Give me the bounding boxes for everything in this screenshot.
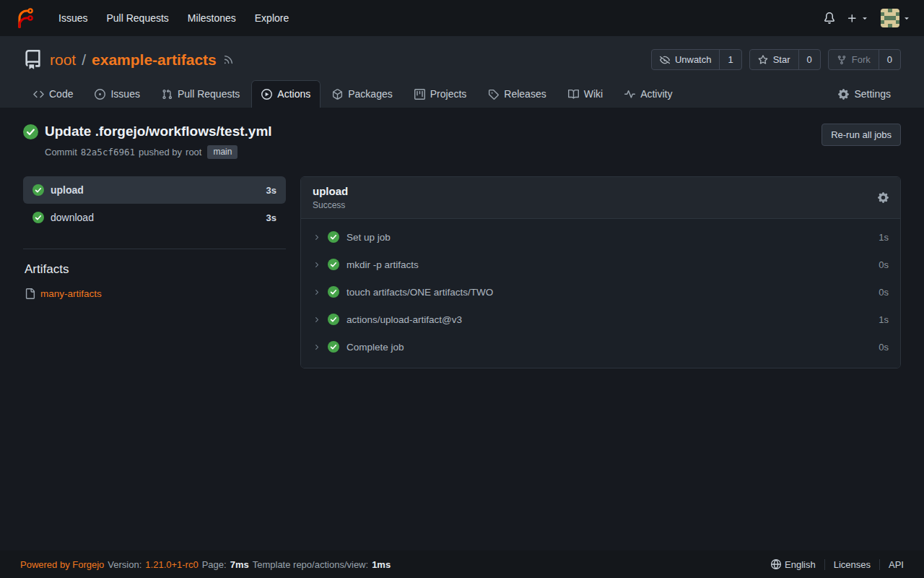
repo-owner-link[interactable]: root <box>50 51 76 69</box>
main-navigation: Issues Pull Requests Milestones Explore <box>49 7 298 30</box>
chevron-right-icon[interactable] <box>313 233 321 241</box>
artifact-item[interactable]: many-artifacts <box>23 288 286 299</box>
step-duration: 0s <box>879 342 889 353</box>
star-button[interactable]: Star 0 <box>749 49 821 70</box>
tab-pull-requests[interactable]: Pull Requests <box>152 80 250 108</box>
chevron-down-icon <box>902 14 911 22</box>
unwatch-label: Unwatch <box>675 54 712 65</box>
project-icon <box>414 89 425 100</box>
page-footer: Powered by Forgejo Version: 1.21.0+1-rc0… <box>0 551 924 578</box>
step-duration: 1s <box>879 314 889 325</box>
create-new-menu[interactable] <box>847 13 869 24</box>
job-status-label: Success <box>313 200 348 210</box>
job-detail-title: upload <box>313 185 348 197</box>
tab-settings[interactable]: Settings <box>828 80 901 108</box>
star-label: Star <box>773 54 790 65</box>
repo-tabs: Code Issues Pull Requests Actions Packag… <box>23 80 901 108</box>
unwatch-button[interactable]: Unwatch 1 <box>651 49 742 70</box>
version-link[interactable]: 1.21.0+1-rc0 <box>145 559 198 570</box>
issue-icon <box>95 89 105 100</box>
tab-wiki[interactable]: Wiki <box>558 80 613 108</box>
avatar[interactable] <box>881 9 899 27</box>
fork-button[interactable]: Fork 0 <box>828 49 901 70</box>
tab-projects[interactable]: Projects <box>404 80 477 108</box>
nav-explore[interactable]: Explore <box>245 7 298 30</box>
page-time-label: Page: <box>202 559 227 570</box>
artifacts-section: Artifacts many-artifacts <box>23 249 286 299</box>
nav-issues[interactable]: Issues <box>49 7 97 30</box>
step-duration: 0s <box>879 287 889 298</box>
step-name: Complete job <box>346 342 404 353</box>
package-icon <box>332 89 343 100</box>
commit-sha-link[interactable]: 82a5cf6961 <box>81 147 135 158</box>
page-time-value: 7ms <box>230 559 249 570</box>
globe-icon <box>771 559 781 569</box>
steps-list: Set up job 1s mkdir -p artifacts 0s touc… <box>301 219 900 368</box>
forgejo-logo-icon[interactable] <box>13 7 35 29</box>
star-icon <box>758 55 768 65</box>
chevron-right-icon[interactable] <box>313 316 321 324</box>
pull-request-icon <box>162 89 173 100</box>
version-label: Version: <box>108 559 141 570</box>
tab-activity[interactable]: Activity <box>614 80 682 108</box>
api-link[interactable]: API <box>879 559 904 570</box>
eye-slash-icon <box>660 55 670 65</box>
stars-count[interactable]: 0 <box>798 50 820 69</box>
pulse-icon <box>624 89 635 100</box>
step-success-icon <box>328 231 339 243</box>
job-options-gear-icon[interactable] <box>878 192 889 203</box>
step-duration: 1s <box>879 232 889 243</box>
chevron-right-icon[interactable] <box>313 288 321 296</box>
notifications-bell-icon[interactable] <box>824 12 835 24</box>
navbar-right <box>824 9 911 27</box>
author-link[interactable]: root <box>186 147 201 158</box>
book-icon <box>568 89 579 100</box>
job-name: upload <box>51 184 84 196</box>
language-selector[interactable]: English <box>762 559 824 570</box>
nav-milestones[interactable]: Milestones <box>178 7 245 30</box>
job-success-icon <box>32 184 44 196</box>
user-menu[interactable] <box>881 9 911 27</box>
licenses-link[interactable]: Licenses <box>824 559 879 570</box>
rss-icon[interactable] <box>223 54 234 65</box>
nav-pull-requests[interactable]: Pull Requests <box>97 7 178 30</box>
watchers-count[interactable]: 1 <box>719 50 741 69</box>
job-success-icon <box>32 212 44 223</box>
tag-icon <box>488 89 499 100</box>
repo-actions: Unwatch 1 Star 0 Fork 0 <box>651 49 901 70</box>
play-circle-icon <box>261 89 272 100</box>
plus-icon <box>847 13 858 24</box>
artifacts-title: Artifacts <box>23 262 286 277</box>
chevron-right-icon[interactable] <box>313 343 321 351</box>
rerun-all-jobs-button[interactable]: Re-run all jobs <box>821 124 901 146</box>
run-success-icon <box>23 124 38 139</box>
gear-icon <box>838 89 849 100</box>
job-duration: 3s <box>266 212 276 223</box>
step-row-complete-job[interactable]: Complete job 0s <box>301 333 900 361</box>
step-name: touch artifacts/ONE artifacts/TWO <box>346 287 493 298</box>
chevron-right-icon[interactable] <box>313 261 321 269</box>
powered-by-link[interactable]: Powered by Forgejo <box>20 559 104 570</box>
job-item-upload[interactable]: upload 3s <box>23 176 286 204</box>
step-row-mkdir[interactable]: mkdir -p artifacts 0s <box>301 251 900 278</box>
actions-run-view: Update .forgejo/workflows/test.yml Commi… <box>0 108 924 551</box>
repo-header: root / example-artifacts Unwatch 1 Star … <box>0 36 924 108</box>
job-item-download[interactable]: download 3s <box>23 204 286 231</box>
step-row-touch[interactable]: touch artifacts/ONE artifacts/TWO 0s <box>301 278 900 306</box>
run-title: Update .forgejo/workflows/test.yml <box>45 124 272 139</box>
branch-badge[interactable]: main <box>207 145 237 159</box>
tab-actions[interactable]: Actions <box>251 80 321 108</box>
tab-packages[interactable]: Packages <box>322 80 402 108</box>
tab-releases[interactable]: Releases <box>478 80 556 108</box>
top-navbar: Issues Pull Requests Milestones Explore <box>0 0 924 36</box>
tab-code[interactable]: Code <box>23 80 83 108</box>
tab-issues[interactable]: Issues <box>84 80 149 108</box>
step-row-set-up-job[interactable]: Set up job 1s <box>301 223 900 251</box>
step-row-upload-artifact[interactable]: actions/upload-artifact@v3 1s <box>301 306 900 333</box>
artifact-download-link[interactable]: many-artifacts <box>40 288 102 299</box>
repo-name-link[interactable]: example-artifacts <box>92 51 217 69</box>
step-success-icon <box>328 314 339 325</box>
forks-count[interactable]: 0 <box>879 50 900 69</box>
job-duration: 3s <box>266 185 276 196</box>
fork-label: Fork <box>852 54 871 65</box>
